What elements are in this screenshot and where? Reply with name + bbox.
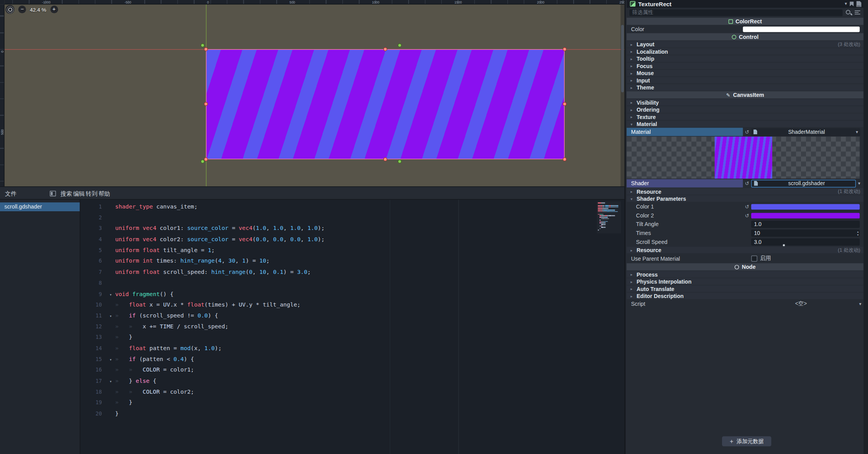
code-line[interactable]: 7uniform float scroll_speed: hint_range(… (81, 266, 625, 277)
group-localization[interactable]: Localization (627, 48, 863, 55)
add-metadata-button[interactable]: 添加元数据 (722, 436, 771, 447)
canvas-viewport[interactable]: -1000-50005001000150020002500 0500 42.4 … (0, 0, 625, 186)
anchor-marker[interactable] (201, 160, 204, 163)
revert-icon[interactable] (743, 181, 751, 186)
revert-icon[interactable] (743, 204, 751, 209)
color-swatch[interactable] (751, 204, 860, 209)
code-line[interactable]: 19} (81, 397, 625, 408)
anchor-marker[interactable] (398, 44, 401, 47)
group-texture[interactable]: Texture (627, 113, 863, 120)
menu-help[interactable]: 帮助 (97, 187, 112, 200)
code-line[interactable]: 11if (scroll_speed != 0.0) { (81, 310, 625, 321)
code-line[interactable]: 3uniform vec4 color1: source_color = vec… (81, 223, 625, 234)
code-editor[interactable]: 1shader_type canvas_item;23uniform vec4 … (81, 200, 625, 454)
fold-arrow-icon[interactable] (106, 311, 115, 322)
fold-arrow-icon[interactable] (106, 354, 115, 365)
code-line[interactable]: 14float patten = mod(x, 1.0); (81, 343, 625, 354)
resize-handle[interactable] (383, 47, 387, 51)
script-value-dropdown[interactable]: <空> (743, 300, 861, 307)
zoom-level[interactable]: 42.4 % (30, 6, 46, 12)
code-line[interactable]: 15if (patten < 0.4) { (81, 354, 625, 365)
resize-handle[interactable] (563, 47, 567, 51)
zoom-in-button[interactable] (50, 5, 58, 13)
filter-options-icon[interactable] (855, 9, 861, 16)
fold-arrow-icon[interactable] (106, 376, 115, 387)
code-line[interactable]: 18COLOR = color2; (81, 386, 625, 397)
code-line[interactable]: 5uniform float tilt_angle = 1; (81, 245, 625, 256)
resize-handle[interactable] (204, 102, 208, 106)
resize-handle[interactable] (204, 157, 208, 161)
group-physics-interpolation[interactable]: Physics Interpolation (627, 278, 863, 285)
fold-arrow-icon[interactable] (106, 289, 115, 300)
code-line[interactable]: 13} (81, 332, 625, 343)
code-line[interactable]: 1shader_type canvas_item; (81, 201, 625, 212)
inspector-scrollbar[interactable] (864, 0, 868, 454)
group-visibility[interactable]: Visibility (627, 99, 863, 105)
group-material[interactable]: Material (627, 121, 863, 127)
code-line[interactable]: 16COLOR = color1; (81, 365, 625, 375)
file-item-selected[interactable]: scroll.gdshader (0, 202, 80, 211)
code-line[interactable]: 10float x = UV.x * float(times) + UV.y *… (81, 299, 625, 310)
group-shader-parameters[interactable]: Shader Parameters (627, 195, 863, 202)
history-icon[interactable] (850, 2, 854, 7)
code-line[interactable]: 6uniform int times: hint_range(4, 30, 1)… (81, 256, 625, 266)
group-ordering[interactable]: Ordering (627, 106, 863, 113)
revert-icon[interactable] (743, 129, 751, 135)
color-swatch[interactable] (751, 213, 860, 218)
resize-handle[interactable] (383, 157, 387, 161)
code-line[interactable]: 2 (81, 212, 625, 223)
filter-properties-input[interactable]: 筛选属性 (629, 9, 842, 16)
chevron-down-icon[interactable] (856, 181, 863, 186)
slider-grabber[interactable] (782, 244, 785, 247)
code-line[interactable]: 4uniform vec4 color2: source_color = vec… (81, 234, 625, 245)
value-field[interactable]: 1.0 (751, 221, 860, 228)
anchor-marker[interactable] (201, 44, 204, 47)
spin-down-icon[interactable] (857, 233, 859, 235)
group-input[interactable]: Input (627, 77, 863, 84)
colorrect-node[interactable] (206, 49, 565, 160)
inspector-node-header[interactable]: TextureRect doc (627, 0, 863, 8)
group-editor-description[interactable]: Editor Description (627, 293, 863, 299)
group-focus[interactable]: Focus (627, 63, 863, 69)
minimap[interactable] (597, 201, 621, 233)
doc-icon[interactable]: doc (856, 1, 861, 7)
menu-file[interactable]: 文件 (4, 187, 18, 200)
group-theme[interactable]: Theme (627, 84, 863, 91)
ruler-horizontal[interactable]: -1000-50005001000150020002500 (4, 0, 624, 4)
zoom-out-button[interactable] (18, 5, 26, 13)
color-picker-swatch[interactable] (743, 26, 860, 32)
resize-handle[interactable] (563, 102, 567, 106)
code-line[interactable]: 17} else { (81, 375, 625, 386)
group-layout[interactable]: Layout(3 处改动) (627, 41, 863, 47)
chevron-down-icon[interactable] (845, 2, 847, 6)
resize-handle[interactable] (563, 157, 567, 161)
code-line[interactable]: 12x += TIME / scroll_speed; (81, 321, 625, 332)
property-label: Use Parent Material (627, 255, 743, 261)
group-process[interactable]: Process (627, 271, 863, 278)
spinner-arrows[interactable] (857, 230, 859, 237)
viewport-scrollbar-thumb[interactable] (621, 25, 624, 92)
anchor-marker[interactable] (398, 160, 401, 163)
group-resource-2[interactable]: Resource (1 处改动) (627, 247, 863, 253)
revert-icon[interactable] (743, 213, 751, 218)
group-mouse[interactable]: Mouse (627, 70, 863, 76)
value-field[interactable]: 10 (751, 230, 860, 237)
shader-list-toggle-icon[interactable] (50, 191, 56, 196)
viewport-scrollbar[interactable] (621, 4, 625, 186)
group-auto-translate[interactable]: Auto Translate (627, 286, 863, 292)
code-line[interactable]: 9void fragment() { (81, 288, 625, 299)
material-resource-dropdown[interactable]: ShaderMaterial (751, 128, 860, 136)
group-tooltip[interactable]: Tooltip (627, 55, 863, 62)
material-preview[interactable] (627, 137, 859, 179)
code-line[interactable]: 20} (81, 408, 625, 419)
ruler-vertical[interactable]: 0500 (0, 4, 4, 186)
ruler-label: 1000 (371, 0, 379, 4)
search-icon[interactable] (845, 9, 852, 16)
code-line[interactable]: 8 (81, 277, 625, 288)
group-resource-1[interactable]: Resource (1 处改动) (627, 188, 863, 195)
value-field[interactable]: 3.0 (751, 238, 860, 245)
resize-handle[interactable] (204, 47, 208, 51)
view-menu-icon[interactable] (5, 5, 14, 14)
shader-resource-field[interactable]: scroll.gdshader (751, 179, 856, 187)
use-parent-material-checkbox[interactable] (751, 255, 757, 261)
